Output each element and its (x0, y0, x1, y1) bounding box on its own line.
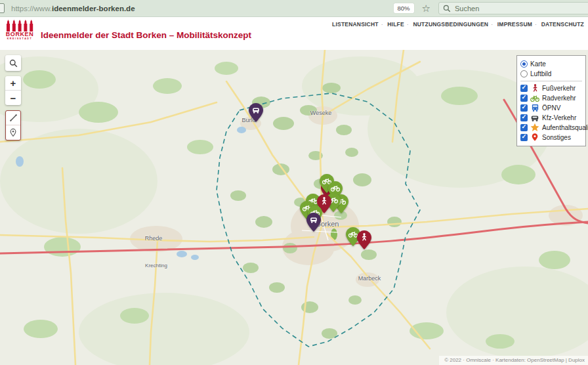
base-layer-label: Karte (530, 60, 546, 68)
logo-name: BORKEN (4, 32, 35, 37)
map-canvas[interactable]: BurloWesekeBorkenRhedeKrechtingMarbeck +… (0, 50, 588, 365)
basemap (0, 50, 588, 365)
page-icon (0, 3, 5, 13)
checkbox-sonstiges[interactable] (520, 134, 528, 141)
bookmark-star-icon[interactable]: ☆ (422, 3, 430, 13)
legend-category-radverkehr[interactable]: Radverkehr (520, 93, 582, 102)
legend-category-kfz-verkehr[interactable]: Kfz-Verkehr (520, 113, 582, 122)
car-icon (530, 113, 539, 122)
layer-legend-panel: Karte Luftbild Fußverkehr Radverkehr (516, 55, 586, 146)
search-icon (443, 5, 451, 12)
map-marker-fuss[interactable] (357, 230, 371, 249)
draw-tools-control (5, 110, 21, 140)
legend-category-oepnv[interactable]: ÖPNV (520, 103, 582, 112)
legend-category-fussverkehr[interactable]: Fußverkehr (520, 83, 582, 93)
main-nav: LISTENANSICHT· HILFE· NUTZUNGSBEDINGUNGE… (332, 21, 584, 28)
browser-address-bar: https://www.ideenmelder-borken.de 80% ☆ … (0, 0, 588, 17)
legend-label: Aufenthaltsqualität (542, 124, 588, 131)
site-header: BORKEN KREISSTADT Ideenmelder der Stadt … (0, 17, 588, 50)
checkbox-aufenthaltsqualitaet[interactable] (520, 124, 528, 131)
checkbox-oepnv[interactable] (520, 104, 528, 112)
pin-icon (530, 133, 539, 142)
url-domain: ideenmelder-borken.de (52, 5, 135, 12)
legend-label: Sonstiges (542, 134, 571, 141)
add-location-button[interactable] (6, 125, 20, 140)
browser-search-box[interactable]: Suchen (438, 2, 588, 14)
legend-category-aufenthaltsqualitaet[interactable]: Aufenthaltsqualität (520, 123, 582, 132)
logo-subtitle: KREISSTADT (4, 37, 35, 41)
page-title: Ideenmelder der Stadt Borken – Mobilität… (41, 30, 251, 40)
url-field[interactable]: https://www.ideenmelder-borken.de (11, 5, 135, 12)
borken-logo[interactable]: BORKEN KREISSTADT (4, 20, 35, 48)
bus-icon (530, 103, 539, 112)
star-icon (530, 123, 539, 132)
map-search-button[interactable] (5, 55, 21, 71)
legend-category-sonstiges[interactable]: Sonstiges (520, 133, 582, 142)
ruler-icon (9, 114, 18, 122)
map-marker-kfz[interactable] (306, 213, 321, 232)
base-layer-label: Luftbild (530, 70, 551, 77)
nav-datenschutz[interactable]: DATENSCHUTZ (541, 21, 584, 28)
base-layer-luftbild[interactable]: Luftbild (520, 69, 582, 78)
checkbox-radverkehr[interactable] (520, 95, 528, 102)
legend-label: Fußverkehr (542, 85, 576, 92)
browser-zoom-badge[interactable]: 80% (394, 3, 414, 13)
legend-label: Radverkehr (542, 95, 576, 102)
location-pin-icon (9, 128, 17, 137)
nav-nutzungsbedingungen[interactable]: NUTZUNGSBEDINGUNGEN (413, 21, 488, 28)
legend-label: Kfz-Verkehr (542, 114, 576, 121)
radio-luftbild[interactable] (520, 70, 528, 77)
map-marker-kfz[interactable] (249, 103, 263, 122)
nav-impressum[interactable]: IMPRESSUM (497, 21, 532, 28)
legend-label: ÖPNV (542, 104, 560, 112)
map-attribution: © 2022 · Omniscale · Kartendaten: OpenSt… (439, 356, 588, 365)
zoom-in-button[interactable]: + (5, 76, 21, 91)
measure-button[interactable] (6, 111, 20, 125)
zoom-control: + − (5, 76, 21, 105)
browser-search-placeholder: Suchen (455, 5, 479, 12)
base-layer-karte[interactable]: Karte (520, 59, 582, 68)
legend-divider (520, 81, 582, 81)
bicycle-icon (530, 93, 539, 102)
pedestrian-icon (530, 83, 539, 93)
nav-listenansicht[interactable]: LISTENANSICHT (332, 21, 379, 28)
radio-karte[interactable] (520, 60, 528, 68)
nav-hilfe[interactable]: HILFE (387, 21, 404, 28)
checkbox-kfz-verkehr[interactable] (520, 114, 528, 121)
checkbox-fussverkehr[interactable] (520, 85, 528, 92)
zoom-out-button[interactable]: − (5, 91, 21, 105)
search-icon (9, 59, 18, 68)
borken-towers-icon (6, 20, 33, 32)
url-prefix: https://www. (11, 5, 52, 12)
